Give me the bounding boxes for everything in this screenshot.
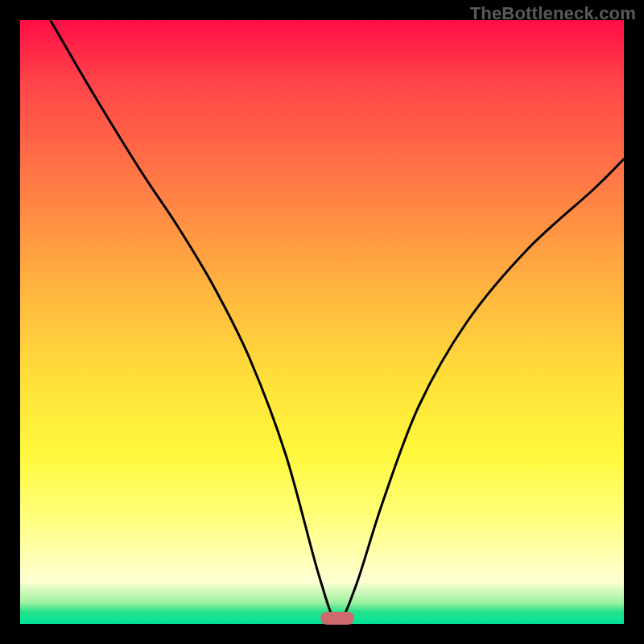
chart-frame: TheBottleneck.com: [0, 0, 644, 644]
bottleneck-curve: [20, 20, 624, 624]
optimum-marker: [320, 612, 354, 625]
